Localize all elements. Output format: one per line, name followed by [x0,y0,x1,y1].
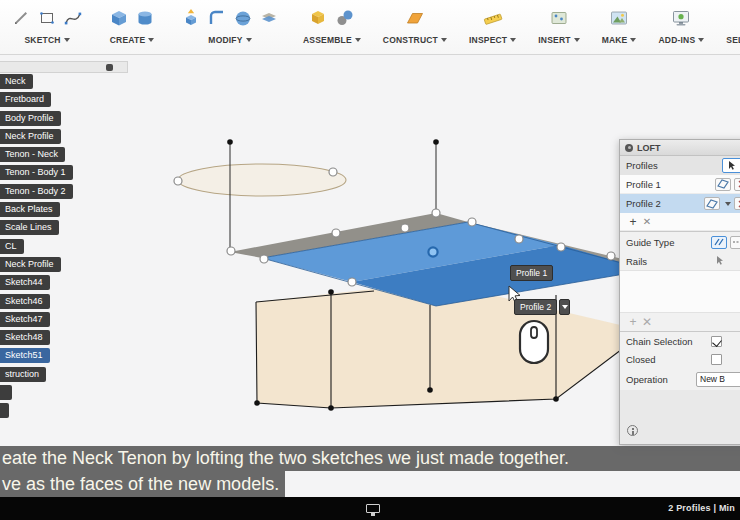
closed-label: Closed [626,354,656,365]
toolbar-group-select: SELECT [721,0,740,54]
fillet-icon[interactable] [205,6,229,30]
toolbar-label-insert[interactable]: INSERT [538,35,579,45]
toolbar-group-modify: MODIFY [174,0,286,54]
addins-icon[interactable] [669,6,693,30]
chevron-down-icon [562,305,568,309]
loft-preview-body[interactable] [230,213,652,306]
remove-profile-button[interactable]: ✕ [640,216,654,227]
toolbar-label-sketch[interactable]: SKETCH [24,35,69,45]
profile1-row-label: Profile 1 [626,179,661,190]
new-component-icon[interactable] [307,6,331,30]
press-pull-icon[interactable] [179,6,203,30]
profile1-tag[interactable]: Profile 1 [510,265,553,281]
browser-panel-header[interactable] [0,61,128,73]
display-settings-icon[interactable] [366,504,380,513]
profile2-tag[interactable]: Profile 2 [514,299,570,315]
toolbar-group-insert: INSERT [533,0,584,54]
toolbar-group-addins: ADD-INS [653,0,709,54]
toolbar-label-construct[interactable]: CONSTRUCT [383,35,447,45]
browser-item-tenon-body-2[interactable]: Tenon - Body 2 [0,184,73,199]
profile1-delete-icon[interactable] [734,178,740,191]
browser-item-sketch46[interactable]: Sketch46 [0,294,50,309]
guide-type-rails-button[interactable] [711,236,727,249]
split-body-icon[interactable] [257,6,281,30]
rails-row: Rails [620,252,740,270]
joint-icon[interactable] [333,6,357,30]
chevron-down-icon [510,38,516,42]
sphere-icon[interactable] [231,6,255,30]
browser-item-neck-profile[interactable]: Neck Profile [0,257,61,272]
insert-icon[interactable] [547,6,571,30]
profile1-section-icon[interactable] [715,178,731,191]
toolbar-label-assemble[interactable]: ASSEMBLE [303,35,361,45]
browser-item-sketch44[interactable]: Sketch44 [0,275,50,290]
sketch-ellipse[interactable] [178,164,346,196]
chevron-down-icon [148,38,154,42]
toolbar-group-assemble: ASSEMBLE [298,0,366,54]
browser-item-neck[interactable]: Neck [0,74,33,89]
chevron-down-icon [64,38,70,42]
toolbar-label-modify[interactable]: MODIFY [208,35,251,45]
profiles-header-row: Profiles [620,156,740,175]
chain-selection-label: Chain Selection [626,336,693,347]
profile2-dropdown[interactable] [559,299,570,315]
toolbar-label-select[interactable]: SELECT [726,35,740,45]
sketch-rectangle-icon[interactable] [35,6,59,30]
browser-item-body-profile[interactable]: Body Profile [0,111,61,126]
add-rail-button[interactable]: + [626,315,640,329]
toolbar-label-addins[interactable]: ADD-INS [658,35,704,45]
selected-profile-point[interactable] [428,247,437,256]
create-cylinder-icon[interactable] [133,6,157,30]
remove-rail-button[interactable]: ✕ [640,315,654,329]
loft-profile-row-2[interactable]: Profile 2 [620,194,740,213]
sketch-pencil-icon[interactable] [9,6,33,30]
select-cursor-icon[interactable] [736,6,740,30]
browser-item-struction[interactable]: struction [0,367,46,382]
browser-item-fretboard[interactable]: Fretboard [0,92,51,107]
toolbar-label-create[interactable]: CREATE [110,35,155,45]
browser-item-sketch51[interactable]: Sketch51 [0,348,50,363]
browser-item-scale-lines[interactable]: Scale Lines [0,220,59,235]
loft-dialog-titlebar[interactable]: LOFT [620,140,740,156]
browser-item-stub[interactable] [0,403,9,418]
panel-collapse-icon[interactable] [106,64,113,71]
guide-type-label: Guide Type [626,237,674,248]
browser-item-back-plates[interactable]: Back Plates [0,202,60,217]
measure-icon[interactable] [481,6,505,30]
browser-item-sketch47[interactable]: Sketch47 [0,312,50,327]
profile2-row-dropdown-icon[interactable] [725,202,731,206]
browser-item-stub[interactable] [0,385,12,400]
operation-dropdown[interactable]: New B [696,372,740,387]
rails-label: Rails [626,256,647,267]
make-icon[interactable] [607,6,631,30]
fusion360-window: SKETCH CREATE [0,0,740,520]
browser-item-neck-profile[interactable]: Neck Profile [0,129,61,144]
loft-profile-row-1[interactable]: Profile 1 [620,175,740,194]
closed-checkbox[interactable] [711,354,722,365]
browser-item-tenon-neck[interactable]: Tenon - Neck [0,147,65,162]
browser-item-cl[interactable]: CL [0,239,24,254]
toolbar-group-inspect: INSPECT [464,0,521,54]
info-icon[interactable] [627,425,638,436]
toolbar-label-inspect[interactable]: INSPECT [469,35,516,45]
chain-selection-row: Chain Selection [620,332,740,350]
chain-selection-checkbox[interactable] [711,336,722,347]
profile2-delete-icon[interactable] [734,197,740,210]
profiles-select-button[interactable] [722,158,740,173]
profile2-section-icon[interactable] [704,197,720,210]
create-box-icon[interactable] [107,6,131,30]
add-profile-button[interactable]: + [626,215,640,229]
sketch-spline-icon[interactable] [61,6,85,30]
operation-row: Operation New B [620,368,740,390]
loft-dialog-title: LOFT [637,143,661,153]
rails-list[interactable] [620,270,740,313]
browser-item-sketch48[interactable]: Sketch48 [0,330,50,345]
construction-plane-icon[interactable] [403,6,427,30]
browser-item-tenon-body-1[interactable]: Tenon - Body 1 [0,165,73,180]
profiles-header-label: Profiles [626,160,658,171]
rails-select-icon[interactable] [715,255,726,268]
toolbar-label-make[interactable]: MAKE [602,35,637,45]
loft-icon [625,144,633,152]
status-profiles-count: 2 Profiles | Min [668,503,735,513]
guide-type-centerline-button[interactable] [730,236,740,249]
